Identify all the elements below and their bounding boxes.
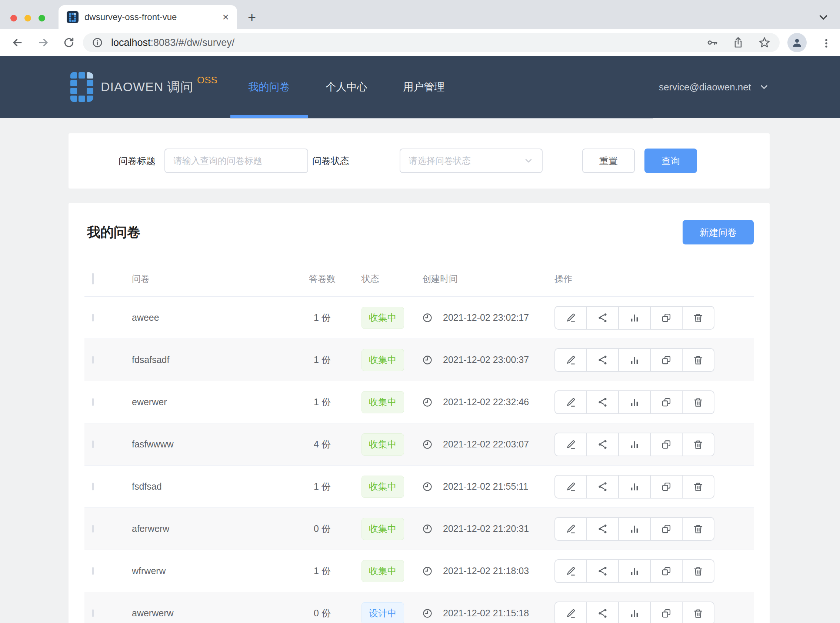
- menu-underline: [230, 118, 653, 119]
- copy-button[interactable]: [651, 517, 682, 541]
- created-time: 2021-12-02 21:55:11: [443, 481, 528, 492]
- reload-icon[interactable]: [63, 37, 75, 49]
- password-key-icon[interactable]: [706, 37, 718, 49]
- share-button[interactable]: [587, 559, 619, 583]
- statistics-button[interactable]: [619, 390, 651, 414]
- select-all-checkbox[interactable]: [92, 273, 94, 284]
- copy-icon: [661, 312, 672, 323]
- row-checkbox[interactable]: [92, 525, 94, 532]
- delete-button[interactable]: [682, 517, 714, 541]
- copy-button[interactable]: [651, 475, 682, 499]
- edit-button[interactable]: [555, 433, 587, 456]
- copy-button[interactable]: [651, 433, 682, 456]
- reset-button[interactable]: 重置: [582, 149, 635, 173]
- delete-button[interactable]: [682, 433, 714, 456]
- share-icon[interactable]: [732, 37, 744, 49]
- window-maximize-button[interactable]: [38, 15, 45, 21]
- statistics-button[interactable]: [619, 475, 651, 499]
- delete-button[interactable]: [682, 559, 714, 583]
- survey-title-input[interactable]: [173, 156, 299, 166]
- menu-item-personal-center[interactable]: 个人中心: [308, 56, 385, 118]
- copy-icon: [661, 566, 672, 577]
- copy-button[interactable]: [651, 559, 682, 583]
- url-omnibox[interactable]: localhost:8083/#/dw/survey/: [83, 33, 780, 52]
- row-checkbox[interactable]: [92, 398, 94, 406]
- search-button[interactable]: 查询: [644, 149, 697, 173]
- site-info-icon[interactable]: [92, 37, 103, 48]
- statistics-button[interactable]: [619, 306, 651, 330]
- share-button[interactable]: [587, 348, 619, 372]
- row-action-group: [555, 475, 714, 499]
- delete-button[interactable]: [682, 602, 714, 623]
- statistics-icon: [629, 523, 640, 534]
- edit-button[interactable]: [555, 348, 587, 372]
- table-header-row: 问卷 答卷数 状态 创建时间 操作: [84, 261, 754, 297]
- edit-button[interactable]: [555, 475, 587, 499]
- copy-button[interactable]: [651, 390, 682, 414]
- statistics-button[interactable]: [619, 559, 651, 583]
- copy-icon: [661, 354, 672, 365]
- copy-icon: [661, 397, 672, 408]
- clock-icon: [422, 566, 432, 576]
- row-checkbox[interactable]: [92, 567, 94, 575]
- edit-button[interactable]: [555, 390, 587, 414]
- row-checkbox[interactable]: [92, 356, 94, 364]
- edit-button[interactable]: [555, 306, 587, 330]
- user-account-dropdown[interactable]: service@diaowen.net: [659, 56, 769, 118]
- statistics-button[interactable]: [619, 433, 651, 456]
- delete-button[interactable]: [682, 475, 714, 499]
- delete-button[interactable]: [682, 348, 714, 372]
- browser-profile-avatar[interactable]: [788, 33, 807, 52]
- row-checkbox[interactable]: [92, 609, 94, 617]
- share-button[interactable]: [587, 433, 619, 456]
- copy-button[interactable]: [651, 306, 682, 330]
- statistics-button[interactable]: [619, 602, 651, 623]
- share-button[interactable]: [587, 517, 619, 541]
- menu-item-user-management[interactable]: 用户管理: [385, 56, 463, 118]
- edit-button[interactable]: [555, 559, 587, 583]
- create-survey-button[interactable]: 新建问卷: [682, 220, 754, 244]
- bookmark-star-icon[interactable]: [758, 36, 771, 49]
- edit-button[interactable]: [555, 602, 587, 623]
- tab-close-icon[interactable]: ×: [222, 11, 229, 23]
- survey-title: fasfwwww: [126, 439, 293, 450]
- row-checkbox[interactable]: [92, 483, 94, 490]
- copy-button[interactable]: [651, 348, 682, 372]
- window-minimize-button[interactable]: [25, 15, 31, 21]
- forward-arrow-icon[interactable]: [37, 36, 50, 49]
- menu-item-my-surveys[interactable]: 我的问卷: [230, 56, 308, 118]
- back-arrow-icon[interactable]: [11, 36, 24, 49]
- new-tab-button[interactable]: +: [244, 11, 259, 25]
- tab-favicon-icon: [67, 11, 78, 23]
- browser-tab[interactable]: dwsurvey-oss-front-vue ×: [58, 5, 237, 29]
- window-close-button[interactable]: [11, 15, 17, 21]
- browser-menu-kebab-icon[interactable]: [821, 38, 832, 49]
- response-count: 1 份: [293, 565, 352, 577]
- statistics-icon: [629, 312, 640, 323]
- survey-title: fdsafsadf: [126, 354, 293, 365]
- share-nodes-icon: [597, 523, 608, 534]
- delete-button[interactable]: [682, 390, 714, 414]
- brand-oss-badge: OSS: [197, 74, 218, 86]
- brand-logo[interactable]: DIAOWEN 调问 OSS: [71, 56, 218, 118]
- share-button[interactable]: [587, 390, 619, 414]
- statistics-button[interactable]: [619, 348, 651, 372]
- tab-search-chevron-icon[interactable]: [817, 11, 829, 24]
- survey-title: awerwerw: [126, 608, 293, 618]
- row-checkbox[interactable]: [92, 440, 94, 448]
- copy-button[interactable]: [651, 602, 682, 623]
- survey-title: aweee: [126, 312, 293, 323]
- share-button[interactable]: [587, 475, 619, 499]
- statistics-button[interactable]: [619, 517, 651, 541]
- row-action-group: [555, 517, 714, 541]
- share-button[interactable]: [587, 306, 619, 330]
- row-checkbox[interactable]: [92, 314, 94, 322]
- table-row: ewerwer 1 份 收集中 2021-12-02 22:32:46: [84, 381, 754, 424]
- status-badge: 收集中: [362, 560, 404, 582]
- share-button[interactable]: [587, 602, 619, 623]
- delete-button[interactable]: [682, 306, 714, 330]
- edit-button[interactable]: [555, 517, 587, 541]
- survey-title: aferwerw: [126, 523, 293, 534]
- survey-status-select[interactable]: 请选择问卷状态: [400, 149, 543, 173]
- clock-icon: [422, 524, 432, 534]
